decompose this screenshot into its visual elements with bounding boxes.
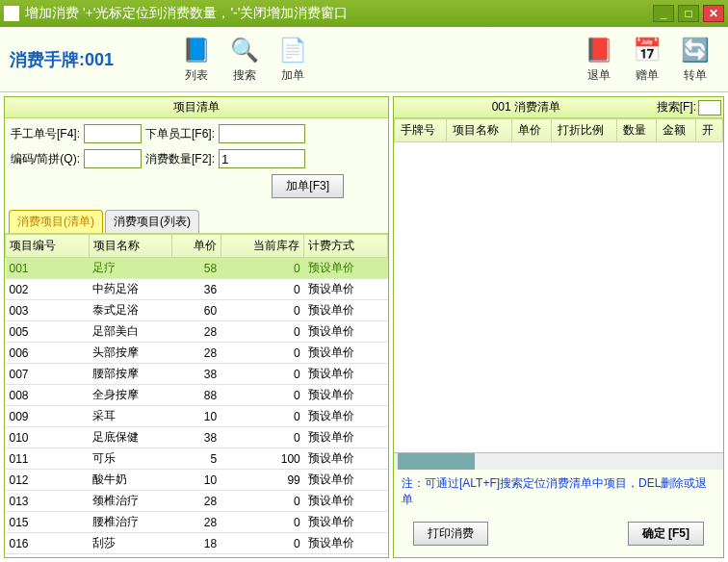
- rcol-open[interactable]: 开: [696, 119, 723, 142]
- tab-list[interactable]: 消费项目(清单): [9, 210, 103, 233]
- table-row[interactable]: 011可乐5100预设单价: [6, 448, 388, 470]
- transfer-icon: 🔄: [680, 35, 711, 65]
- table-row[interactable]: 001足疗580预设单价: [6, 258, 388, 279]
- table-row[interactable]: 007腰部按摩380预设单价: [6, 364, 388, 385]
- table-row[interactable]: 010足底保健380预设单价: [6, 427, 388, 448]
- table-row[interactable]: 013颈椎治疗280预设单价: [6, 491, 388, 512]
- toolbar-gift[interactable]: 📅赠单: [624, 35, 670, 84]
- staff-input[interactable]: [219, 124, 305, 143]
- hint-note: 注：可通过[ALT+F]搜索定位消费清单中项目，DEL删除或退单: [394, 470, 723, 514]
- toolbar-transfer[interactable]: 🔄转单: [672, 35, 718, 84]
- gift-icon: 📅: [632, 35, 663, 65]
- table-row[interactable]: 016刮莎180预设单价: [6, 533, 388, 554]
- toolbar-add[interactable]: 📄加单: [270, 35, 316, 84]
- add-order-button[interactable]: 加单[F3]: [272, 174, 344, 198]
- refund-icon: 📕: [584, 35, 614, 65]
- left-panel-title: 项目清单: [5, 97, 388, 118]
- col-id[interactable]: 项目编号: [6, 235, 90, 258]
- code-label: 编码/简拼(Q):: [11, 151, 80, 167]
- app-icon: [4, 6, 19, 21]
- right-panel-title: 001 消费清单: [396, 99, 657, 115]
- qty-input[interactable]: [219, 149, 305, 168]
- rcol-tag[interactable]: 手牌号: [395, 119, 447, 142]
- code-input[interactable]: [84, 149, 142, 168]
- table-row[interactable]: 008全身按摩880预设单价: [6, 385, 388, 406]
- table-row[interactable]: 009采耳100预设单价: [6, 406, 388, 427]
- col-name[interactable]: 项目名称: [89, 235, 172, 258]
- staff-label: 下单员工[F6]:: [145, 126, 215, 142]
- tab-grid[interactable]: 消费项目(列表): [105, 210, 199, 233]
- table-row[interactable]: 012酸牛奶1099预设单价: [6, 470, 388, 491]
- toolbar-list[interactable]: 📘列表: [173, 35, 220, 84]
- print-button[interactable]: 打印消费: [413, 522, 488, 546]
- close-button[interactable]: ✕: [703, 5, 724, 22]
- list-icon: 📘: [181, 35, 212, 65]
- search-input[interactable]: [698, 100, 721, 115]
- ticket-label: 消费手牌:001: [10, 48, 114, 71]
- qty-label: 消费数量[F2]:: [145, 151, 215, 167]
- table-row[interactable]: 006头部按摩280预设单价: [6, 343, 388, 364]
- rcol-price[interactable]: 单价: [512, 119, 552, 142]
- order-input[interactable]: [84, 124, 142, 143]
- add-icon: 📄: [277, 35, 308, 65]
- table-row[interactable]: 005足部美白280预设单价: [6, 321, 388, 343]
- item-grid[interactable]: 项目编号 项目名称 单价 当前库存 计费方式 001足疗580预设单价002中药…: [5, 233, 388, 557]
- rcol-amt[interactable]: 金额: [657, 119, 696, 142]
- consume-grid[interactable]: 手牌号 项目名称 单价 打折比例 数量 金额 开: [394, 118, 723, 452]
- h-scrollbar[interactable]: [394, 452, 723, 470]
- toolbar-search[interactable]: 🔍搜索: [221, 35, 268, 84]
- col-stock[interactable]: 当前库存: [221, 235, 304, 258]
- col-mode[interactable]: 计费方式: [304, 235, 388, 258]
- search-icon: 🔍: [229, 35, 260, 65]
- toolbar-refund[interactable]: 📕退单: [576, 35, 622, 84]
- table-row[interactable]: 801801包间00*: [6, 554, 388, 558]
- rcol-qty[interactable]: 数量: [617, 119, 657, 142]
- maximize-button[interactable]: □: [678, 5, 699, 22]
- table-row[interactable]: 015腰椎治疗280预设单价: [6, 512, 388, 533]
- search-label: 搜索[F]:: [657, 99, 696, 115]
- table-row[interactable]: 003泰式足浴600预设单价: [6, 300, 388, 321]
- table-row[interactable]: 002中药足浴360预设单价: [6, 279, 388, 300]
- minimize-button[interactable]: _: [653, 5, 674, 22]
- rcol-disc[interactable]: 打折比例: [552, 119, 617, 142]
- rcol-name[interactable]: 项目名称: [447, 119, 512, 142]
- col-price[interactable]: 单价: [172, 235, 221, 258]
- window-title: 增加消费 '+'光标定位到消费数量，'-'关闭增加消费窗口: [25, 5, 653, 22]
- ok-button[interactable]: 确定 [F5]: [628, 522, 704, 546]
- order-label: 手工单号[F4]:: [11, 126, 80, 142]
